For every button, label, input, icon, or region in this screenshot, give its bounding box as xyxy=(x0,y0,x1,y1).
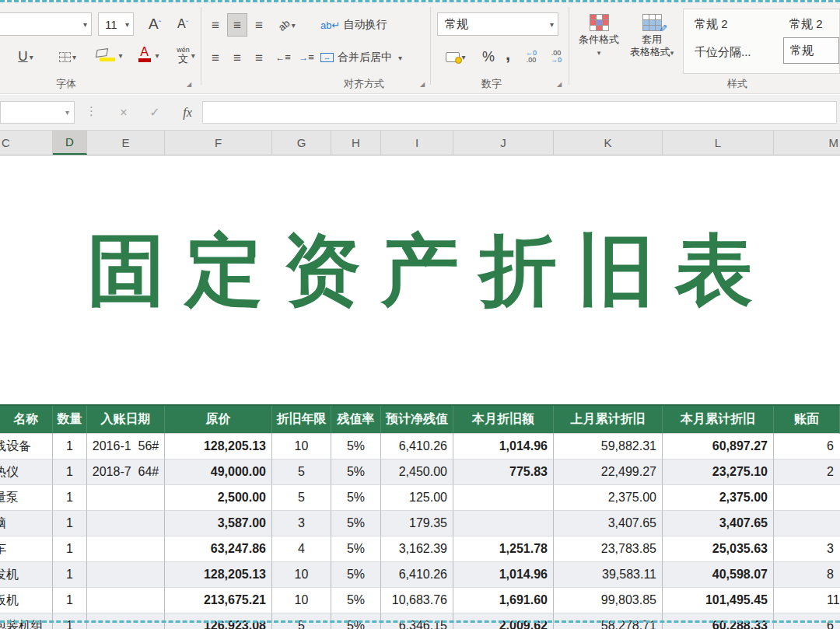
table-header-cell[interactable]: 上月累计折旧 xyxy=(554,406,663,434)
align-left-button[interactable]: ≡ xyxy=(205,46,226,69)
cell[interactable]: 60,897.27 xyxy=(663,434,774,460)
cell[interactable]: 59,882.31 xyxy=(554,434,663,460)
cell[interactable]: 3 xyxy=(272,511,331,536)
cell[interactable]: 车 xyxy=(0,536,53,562)
wrap-text-button[interactable]: ab↵ 自动换行 xyxy=(320,18,387,32)
align-bottom-button[interactable]: ≡ xyxy=(249,13,269,37)
conditional-formatting-button[interactable]: 条件格式 ▾ xyxy=(574,10,624,59)
table-header-cell[interactable]: 原价 xyxy=(165,406,272,434)
cell[interactable]: 49,000.00 xyxy=(165,460,272,485)
font-color-button[interactable]: A ▾ xyxy=(131,44,163,67)
cell[interactable]: 125.00 xyxy=(381,485,453,511)
cell[interactable]: 板机 xyxy=(0,588,53,613)
cell[interactable]: 5 xyxy=(272,485,331,511)
cell[interactable]: 10 xyxy=(272,434,331,460)
cell[interactable]: 1 xyxy=(53,434,87,460)
cell[interactable]: 5% xyxy=(331,536,381,562)
cell[interactable]: 99,803.85 xyxy=(554,588,663,613)
decrease-indent-button[interactable]: ←≡ xyxy=(272,46,294,69)
align-right-button[interactable]: ≡ xyxy=(249,46,269,69)
cell[interactable]: 4 xyxy=(272,536,331,562)
cell[interactable]: 63,247.86 xyxy=(165,536,272,562)
cell[interactable]: 1 xyxy=(53,511,87,536)
formula-input[interactable] xyxy=(202,101,837,124)
cell[interactable]: 23,275.10 xyxy=(663,460,774,485)
align-middle-button[interactable]: ≡ xyxy=(227,13,247,37)
increase-indent-button[interactable]: →≡ xyxy=(296,46,317,69)
cell[interactable]: 8 xyxy=(774,562,840,588)
cell[interactable]: 1 xyxy=(53,536,87,562)
phonetic-guide-button[interactable]: wén 文 ▾ xyxy=(168,44,204,67)
cell[interactable]: 5% xyxy=(331,562,381,588)
cell[interactable]: 128,205.13 xyxy=(165,434,272,460)
column-header-C[interactable]: C xyxy=(0,131,53,155)
accounting-format-button[interactable]: ▾ xyxy=(439,45,473,68)
cell[interactable]: 40,598.07 xyxy=(663,562,774,588)
cell[interactable]: 1,251.78 xyxy=(453,536,554,562)
cell[interactable]: 10,683.76 xyxy=(381,588,453,613)
align-center-button[interactable]: ≡ xyxy=(227,46,247,69)
increase-decimal-button[interactable]: ←0.00 xyxy=(520,45,543,68)
cell-styles-gallery[interactable]: 常规 2 千位分隔... 常规 2 常规 xyxy=(683,9,840,74)
cell[interactable]: 2018-7 64# xyxy=(87,460,165,485)
cell[interactable]: 1,014.96 xyxy=(453,434,554,460)
table-header-cell[interactable]: 本月折旧额 xyxy=(453,406,554,434)
column-header-G[interactable]: G xyxy=(272,131,331,155)
cell[interactable]: 25,035.63 xyxy=(663,536,774,562)
cell[interactable]: 量泵 xyxy=(0,485,53,511)
number-dialog-launcher-icon[interactable]: ◢ xyxy=(557,81,562,88)
cell[interactable]: 1,014.96 xyxy=(453,562,554,588)
cell[interactable]: 发机 xyxy=(0,562,53,588)
cell[interactable]: 213,675.21 xyxy=(165,588,272,613)
cell[interactable]: 1 xyxy=(53,485,87,511)
table-header-cell[interactable]: 名称 xyxy=(0,406,53,434)
cell[interactable] xyxy=(87,588,165,613)
cell-style-item[interactable]: 常规 2 xyxy=(789,17,823,32)
cell[interactable]: 2,375.00 xyxy=(554,485,663,511)
column-header-L[interactable]: L xyxy=(663,131,774,155)
font-name-combo[interactable]: ▾ xyxy=(0,12,92,36)
column-header-I[interactable]: I xyxy=(381,131,453,155)
cell[interactable]: 179.35 xyxy=(381,511,453,536)
cell[interactable]: 3 xyxy=(774,536,840,562)
table-header-cell[interactable]: 入账日期 xyxy=(87,406,165,434)
cell[interactable]: 6,410.26 xyxy=(381,562,453,588)
cell[interactable]: 1 xyxy=(53,562,87,588)
table-header-cell[interactable]: 残值率 xyxy=(331,406,381,434)
merge-center-button[interactable]: ↔ 合并后居中 ▾ xyxy=(320,51,402,65)
font-dialog-launcher-icon[interactable]: ◢ xyxy=(187,81,191,88)
orientation-button[interactable]: ab ▾ xyxy=(272,13,302,37)
name-box[interactable]: ▾ xyxy=(0,101,75,124)
increase-font-button[interactable]: Aˆ xyxy=(142,12,168,36)
cell[interactable] xyxy=(87,562,165,588)
cell[interactable]: 5% xyxy=(331,511,381,536)
cell[interactable] xyxy=(453,511,554,536)
decrease-decimal-button[interactable]: .00→0 xyxy=(544,45,568,68)
cell[interactable]: 6,410.26 xyxy=(381,434,453,460)
format-as-table-button[interactable]: ✎ 套用 表格格式▾ xyxy=(627,10,677,59)
enter-button[interactable]: ✓ xyxy=(142,101,168,124)
cell[interactable]: 2016-1 56# xyxy=(87,434,165,460)
cell[interactable]: 2 xyxy=(774,460,840,485)
cell[interactable]: 1 xyxy=(53,588,87,613)
cell[interactable] xyxy=(87,536,165,562)
column-header-E[interactable]: E xyxy=(87,131,165,155)
cell-style-item-selected[interactable]: 常规 xyxy=(783,37,839,64)
cell[interactable]: 775.83 xyxy=(453,460,554,485)
column-header-J[interactable]: J xyxy=(453,131,554,155)
column-header-D[interactable]: D xyxy=(53,131,87,155)
cell[interactable]: 1,691.60 xyxy=(453,588,554,613)
table-header-cell[interactable]: 本月累计折旧 xyxy=(663,406,774,434)
sheet-area[interactable]: 固定资产折旧表 名称数量入账日期原价折旧年限残值率预计净残值本月折旧额上月累计折… xyxy=(0,156,840,629)
cancel-button[interactable]: × xyxy=(110,101,137,124)
cell[interactable]: 1 xyxy=(53,460,87,485)
cell[interactable]: 3,162.39 xyxy=(381,536,453,562)
cell[interactable]: 脑 xyxy=(0,511,53,536)
underline-button[interactable]: U ▾ xyxy=(9,45,42,68)
decrease-font-button[interactable]: Aˇ xyxy=(170,12,196,36)
comma-style-button[interactable]: , xyxy=(499,43,516,66)
cell[interactable] xyxy=(453,485,554,511)
percent-style-button[interactable]: % xyxy=(478,45,499,68)
cell[interactable]: 22,499.27 xyxy=(554,460,663,485)
table-header-cell[interactable]: 折旧年限 xyxy=(272,406,331,434)
